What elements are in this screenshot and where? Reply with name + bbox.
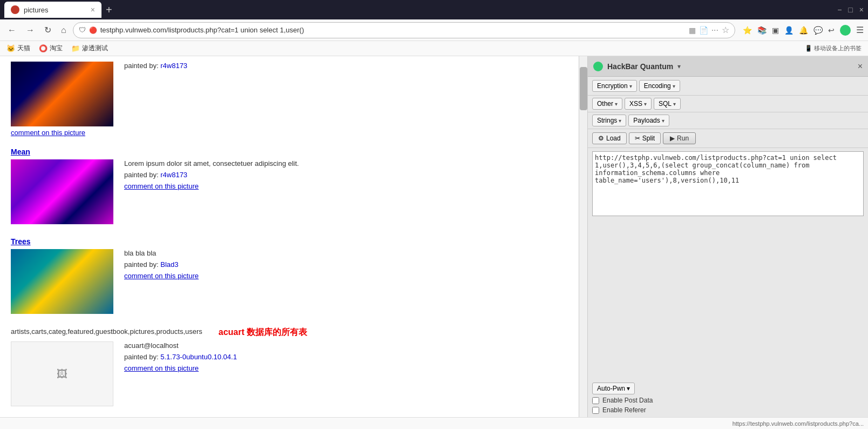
- other-label: Other: [597, 100, 613, 108]
- taobao-label: 淘宝: [50, 44, 63, 53]
- enable-referer-label: Enable Referer: [602, 406, 646, 414]
- encoding-arrow: ▾: [673, 83, 675, 89]
- encoding-btn[interactable]: Encoding ▾: [639, 80, 680, 92]
- picture-desc-3: bla bla bla: [124, 249, 199, 257]
- bookmark-tianmao[interactable]: 🐱 天猫: [6, 44, 30, 53]
- undo-icon[interactable]: ↩: [828, 26, 835, 35]
- forward-button[interactable]: →: [23, 23, 38, 37]
- hackbar-textarea[interactable]: http://testphp.vulnweb.com/listproducts.…: [592, 151, 864, 216]
- picture-row-4: 🖼 acuart@localhost painted by: 5.1.73-0u…: [11, 341, 529, 406]
- browser-window: pictures × + − □ × ← → ↻ ⌂ 🛡 🔴 ▦ 📄 ··· ☆…: [0, 0, 868, 429]
- picture-image-2: [11, 159, 113, 224]
- window-controls: − □ ×: [837, 5, 864, 14]
- avatar-icon[interactable]: [840, 25, 851, 36]
- picture-entry-4: artists,carts,categ,featured,guestbook,p…: [11, 327, 529, 408]
- strings-label: Strings: [597, 117, 617, 124]
- sync-icon[interactable]: 🔔: [799, 26, 808, 35]
- menu-icon[interactable]: ☰: [856, 25, 864, 35]
- title-bar: pictures × + − □ ×: [0, 0, 868, 19]
- split-label: Split: [642, 135, 655, 142]
- home-button[interactable]: ⌂: [58, 23, 70, 37]
- scrollbar[interactable]: [579, 56, 587, 417]
- tab-title: pictures: [24, 6, 49, 14]
- hackbar-title: HackBar Quantum: [607, 62, 673, 71]
- artist-link-1[interactable]: r4w8173: [160, 62, 187, 70]
- browser-tab[interactable]: pictures ×: [4, 2, 101, 18]
- load-icon: ⚙: [598, 135, 604, 142]
- sql-btn[interactable]: SQL ▾: [654, 98, 681, 110]
- qr-icon: ▦: [689, 26, 696, 35]
- hackbar-panel: HackBar Quantum ▾ × Encryption ▾ Encodin…: [587, 56, 868, 417]
- encryption-arrow: ▾: [629, 83, 632, 89]
- table-list: artists,carts,categ,featured,guestbook,p…: [11, 327, 202, 336]
- status-url: https://testphp.vulnweb.com/listproducts…: [733, 420, 864, 427]
- load-btn[interactable]: ⚙ Load: [592, 132, 627, 144]
- bookmark-star-icon[interactable]: ☆: [722, 25, 729, 35]
- comment-link-3[interactable]: comment on this picture: [124, 272, 199, 280]
- run-btn[interactable]: ▶ Run: [663, 132, 696, 144]
- close-btn[interactable]: ×: [859, 5, 864, 14]
- db-info-row: artists,carts,categ,featured,guestbook,p…: [11, 327, 529, 338]
- bookmark-pentest[interactable]: 📁 渗透测试: [71, 44, 108, 53]
- minimize-btn[interactable]: −: [837, 5, 842, 14]
- other-arrow: ▾: [615, 101, 618, 107]
- page-inner: painted by: r4w8173 comment on this pict…: [0, 56, 540, 417]
- painted-by-1: painted by: r4w8173: [124, 62, 187, 70]
- profile-icon[interactable]: 👤: [784, 26, 794, 35]
- artist-link-4[interactable]: 5.1.73-0ubuntu0.10.04.1: [160, 353, 237, 361]
- status-bar: https://testphp.vulnweb.com/listproducts…: [0, 417, 868, 429]
- enable-post-data-checkbox[interactable]: [592, 397, 599, 404]
- enable-referer-checkbox[interactable]: [592, 407, 599, 414]
- other-btn[interactable]: Other ▾: [592, 98, 622, 110]
- taobao-icon: ⭕: [39, 44, 48, 52]
- library-icon[interactable]: 📚: [757, 26, 767, 35]
- split-btn[interactable]: ✂ Split: [629, 132, 661, 144]
- more-icon: ···: [711, 25, 718, 35]
- payloads-btn[interactable]: Payloads ▾: [628, 115, 669, 126]
- address-input[interactable]: [100, 26, 686, 34]
- bookmark-taobao[interactable]: ⭕ 淘宝: [39, 44, 63, 53]
- scrollbar-thumb[interactable]: [580, 67, 587, 110]
- xss-label: XSS: [629, 100, 642, 108]
- tianmao-icon: 🐱: [6, 44, 15, 52]
- hackbar-header: HackBar Quantum ▾ ×: [588, 56, 868, 77]
- encryption-btn[interactable]: Encryption ▾: [592, 80, 637, 92]
- picture-info-2: Lorem ipsum dolor sit amet, consectetuer…: [124, 159, 299, 190]
- sidebar-icon[interactable]: ▣: [772, 26, 779, 35]
- enable-post-data-label: Enable Post Data: [602, 397, 653, 404]
- hackbar-action-row: ⚙ Load ✂ Split ▶ Run: [588, 129, 868, 148]
- enable-post-data-row: Enable Post Data: [592, 397, 864, 404]
- payloads-arrow: ▾: [662, 118, 664, 124]
- picture-title-3[interactable]: Trees: [11, 237, 529, 246]
- maximize-btn[interactable]: □: [848, 5, 852, 14]
- hackbar-textarea-wrap: http://testphp.vulnweb.com/listproducts.…: [588, 148, 868, 379]
- pentest-label: 渗透测试: [82, 44, 108, 53]
- hackbar-dropdown-icon[interactable]: ▾: [677, 63, 681, 70]
- artist-link-3[interactable]: Blad3: [160, 260, 178, 269]
- folder-icon: 📁: [71, 44, 80, 52]
- nav-right-icons: ⭐ 📚 ▣ 👤 🔔 💬 ↩ ☰: [743, 25, 864, 36]
- picture-desc-2: Lorem ipsum dolor sit amet, consectetuer…: [124, 159, 299, 167]
- picture-info-1: painted by: r4w8173: [124, 62, 187, 70]
- reader-icon: 📄: [699, 26, 708, 35]
- autopwn-btn[interactable]: Auto-Pwn ▾: [592, 383, 635, 394]
- picture-image-4: 🖼: [11, 341, 113, 406]
- strings-btn[interactable]: Strings ▾: [592, 115, 626, 126]
- tianmao-label: 天猫: [17, 44, 30, 53]
- extensions-icon[interactable]: ⭐: [743, 26, 752, 35]
- payloads-label: Payloads: [633, 117, 660, 124]
- back-button[interactable]: ←: [4, 23, 19, 37]
- comment-link-2[interactable]: comment on this picture: [124, 182, 299, 190]
- picture-title-2[interactable]: Mean: [11, 148, 529, 156]
- artist-link-2[interactable]: r4w8173: [160, 171, 187, 179]
- xss-btn[interactable]: XSS ▾: [625, 98, 652, 110]
- chat-icon[interactable]: 💬: [813, 26, 823, 35]
- hackbar-toolbar-row2: Other ▾ XSS ▾ SQL ▾: [588, 96, 868, 112]
- tab-close-btn[interactable]: ×: [91, 5, 95, 14]
- new-tab-btn[interactable]: +: [106, 4, 112, 16]
- comment-link-1[interactable]: comment on this picture: [11, 129, 529, 137]
- hackbar-close-btn[interactable]: ×: [858, 62, 863, 71]
- picture-row-3: bla bla bla painted by: Blad3 comment on…: [11, 249, 529, 314]
- reload-button[interactable]: ↻: [41, 23, 55, 37]
- comment-link-4[interactable]: comment on this picture: [124, 364, 237, 372]
